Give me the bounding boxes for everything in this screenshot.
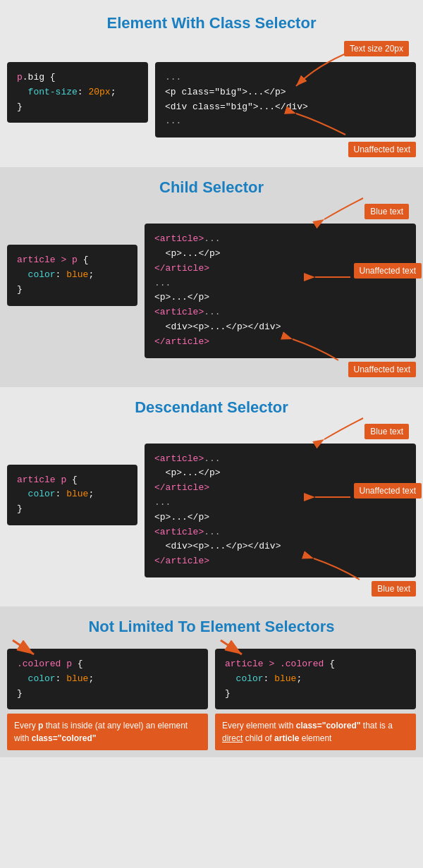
section2-annotation-bottom: Unaffected text — [348, 362, 417, 377]
section1-html-code: ... <p class="big">...</p> <div class="b… — [155, 62, 416, 137]
section4-content: .colored p { color: blue; } — [7, 646, 416, 709]
section3-content: article p { color: blue; } <article>... … — [7, 444, 416, 597]
section4-left-desc: Every p that is inside (at any level) an… — [7, 714, 208, 750]
section4-right-css-code: article > .colored { color: blue; } — [215, 649, 416, 709]
section4-left-desc-container: Every p that is inside (at any level) an… — [7, 709, 208, 750]
section4-right-desc: Every element with class="colored" that … — [215, 714, 416, 750]
section1-annotation-bottom: Unaffected text — [348, 142, 417, 157]
section3: Descendant Selector Blue text article p … — [0, 387, 423, 606]
section2-title: Child Selector — [7, 171, 416, 201]
section4-title: Not Limited To Element Selectors — [7, 611, 416, 640]
section4-right-block: article > .colored { color: blue; } — [215, 646, 416, 709]
section3-annotation-top: Blue text — [364, 424, 409, 439]
section1-css-block: p.big { font-size: 20px; } — [7, 62, 148, 137]
section2-html-block: <article>... <p>...</p> </article> ... <… — [145, 224, 416, 377]
section2-css-block: article > p { color: blue; } — [7, 224, 137, 305]
section3-html-block: <article>... <p>...</p> </article> ... <… — [145, 444, 416, 597]
section3-annotation-bottom: Blue text — [372, 581, 416, 597]
section1-annotation-top: Text size 20px — [344, 41, 409, 56]
section2: Child Selector Blue text article > p { c… — [0, 167, 423, 386]
section4-right-desc-container: Every element with class="colored" that … — [215, 709, 416, 750]
section3-html-code: <article>... <p>...</p> </article> ... <… — [145, 444, 416, 577]
section4: Not Limited To Element Selectors . — [0, 606, 423, 757]
section2-annotation-top: Blue text — [364, 204, 409, 219]
section1-title: Element With Class Selector — [7, 7, 416, 37]
section1: Element With Class Selector Text size 20… — [0, 7, 423, 167]
section2-annotation-mid: Unaffected text — [354, 263, 422, 279]
section2-content: article > p { color: blue; } <article>..… — [7, 224, 416, 377]
page-container: Element With Class Selector Text size 20… — [0, 0, 423, 764]
section1-html-block: ... <p class="big">...</p> <div class="b… — [155, 62, 416, 137]
section3-annotation-mid: Unaffected text — [354, 483, 422, 499]
section2-css-code: article > p { color: blue; } — [7, 245, 137, 305]
section2-html-code: <article>... <p>...</p> </article> ... <… — [145, 224, 416, 357]
section4-left-css-code: .colored p { color: blue; } — [7, 649, 208, 709]
section4-left-block: .colored p { color: blue; } — [7, 646, 208, 709]
section4-descriptions: Every p that is inside (at any level) an… — [7, 709, 416, 750]
section3-css-block: article p { color: blue; } — [7, 444, 137, 525]
section1-content: p.big { font-size: 20px; } ... <p class=… — [7, 62, 416, 137]
section1-css-code: p.big { font-size: 20px; } — [7, 62, 148, 123]
section3-title: Descendant Selector — [7, 391, 416, 421]
section3-css-code: article p { color: blue; } — [7, 465, 137, 525]
